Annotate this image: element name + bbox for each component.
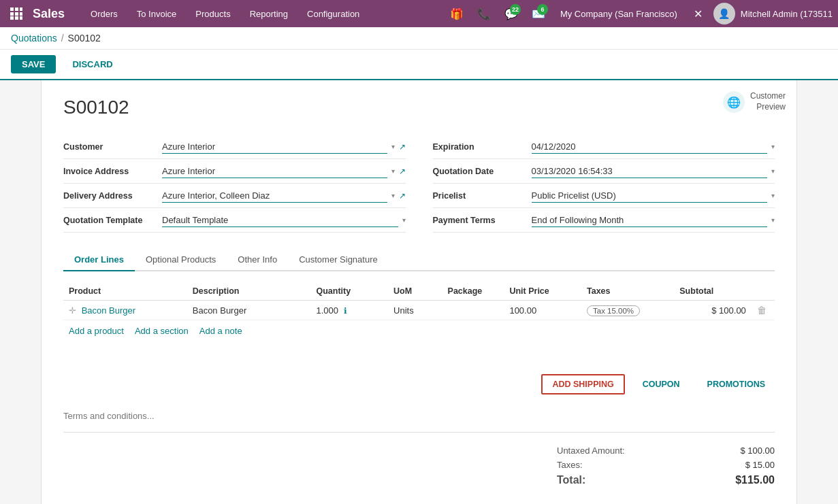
company-selector[interactable]: My Company (San Francisco) bbox=[555, 9, 683, 19]
cell-uom: Units bbox=[388, 301, 442, 320]
col-uom: UoM bbox=[388, 282, 442, 301]
customer-preview-button[interactable]: 🌐 Customer Preview bbox=[723, 91, 786, 113]
add-shipping-button[interactable]: ADD SHIPPING bbox=[541, 374, 624, 394]
username-label[interactable]: Mitchell Admin (173511 bbox=[741, 9, 833, 19]
tab-optional-products[interactable]: Optional Products bbox=[135, 249, 227, 271]
external-link-icon[interactable]: ↗ bbox=[399, 191, 406, 201]
field-payment-terms: Payment Terms ▾ bbox=[433, 208, 775, 233]
chat-icon[interactable]: 💬 22 bbox=[500, 3, 522, 24]
menu-reporting[interactable]: Reporting bbox=[240, 0, 297, 27]
field-value-expiration: ▾ bbox=[532, 140, 775, 154]
menu-to-invoice[interactable]: To Invoice bbox=[127, 0, 187, 27]
pricelist-input[interactable] bbox=[532, 189, 768, 203]
delete-row-icon[interactable]: 🗑 bbox=[757, 305, 767, 316]
customer-input[interactable] bbox=[162, 140, 387, 154]
add-section-link[interactable]: Add a section bbox=[135, 326, 189, 336]
field-expiration: Expiration ▾ bbox=[433, 135, 775, 159]
tax-badge[interactable]: Tax 15.00% bbox=[587, 305, 640, 316]
tab-customer-signature[interactable]: Customer Signature bbox=[288, 249, 389, 271]
messages-badge: 6 bbox=[537, 4, 548, 15]
tab-other-info[interactable]: Other Info bbox=[227, 249, 288, 271]
product-name-link[interactable]: Bacon Burger bbox=[82, 305, 136, 316]
cell-product: ✛ Bacon Burger bbox=[63, 301, 187, 320]
dropdown-arrow-icon: ▾ bbox=[402, 216, 406, 224]
dropdown-arrow-icon: ▾ bbox=[771, 143, 775, 150]
promotions-button[interactable]: PROMOTIONS bbox=[698, 374, 775, 394]
field-value-pricelist: ▾ bbox=[532, 189, 775, 203]
col-unit-price: Unit Price bbox=[504, 282, 581, 301]
terms-section bbox=[63, 405, 775, 426]
apps-icon[interactable] bbox=[5, 3, 27, 24]
info-icon[interactable]: ℹ bbox=[344, 306, 347, 316]
breadcrumb-separator: / bbox=[61, 33, 64, 44]
expiration-input[interactable] bbox=[532, 140, 768, 154]
gift-icon[interactable]: 🎁 bbox=[446, 3, 468, 24]
globe-icon: 🌐 bbox=[723, 91, 745, 113]
field-invoice-address: Invoice Address ▾ ↗ bbox=[63, 159, 406, 184]
top-navigation: Sales Orders To Invoice Products Reporti… bbox=[0, 0, 838, 27]
totals-section: Untaxed Amount: $ 100.00 Taxes: $ 15.00 … bbox=[63, 438, 775, 494]
quotation-template-input[interactable] bbox=[162, 214, 398, 227]
customer-preview-label: Customer Preview bbox=[750, 91, 786, 112]
field-quotation-template: Quotation Template ▾ bbox=[63, 208, 406, 233]
action-buttons-row: ADD SHIPPING COUPON PROMOTIONS bbox=[63, 363, 775, 405]
field-value-payment-terms: ▾ bbox=[532, 214, 775, 227]
svg-rect-8 bbox=[20, 16, 22, 20]
menu-orders[interactable]: Orders bbox=[81, 0, 127, 27]
svg-rect-5 bbox=[20, 12, 22, 16]
menu-configuration[interactable]: Configuration bbox=[297, 0, 369, 27]
row-unit-price: 100.00 bbox=[509, 305, 536, 316]
field-quotation-date: Quotation Date ▾ bbox=[433, 159, 775, 184]
cell-subtotal: $ 100.00 bbox=[674, 301, 752, 320]
dropdown-arrow-icon: ▾ bbox=[771, 216, 775, 224]
field-label-payment-terms: Payment Terms bbox=[433, 216, 532, 225]
delivery-address-input[interactable] bbox=[162, 189, 387, 203]
dropdown-arrow-icon: ▾ bbox=[771, 167, 775, 175]
save-button[interactable]: SAVE bbox=[11, 55, 56, 73]
field-value-invoice: ▾ ↗ bbox=[162, 165, 406, 178]
app-brand[interactable]: Sales bbox=[27, 7, 70, 21]
coupon-button[interactable]: COUPON bbox=[633, 374, 690, 394]
terms-input[interactable] bbox=[63, 405, 490, 426]
dropdown-arrow-icon: ▾ bbox=[771, 192, 775, 199]
col-actions bbox=[752, 282, 775, 301]
discard-button[interactable]: DISCARD bbox=[61, 55, 123, 73]
menu-products[interactable]: Products bbox=[186, 0, 240, 27]
row-quantity: 1.000 bbox=[316, 305, 338, 316]
drag-handle-icon[interactable]: ✛ bbox=[69, 305, 76, 316]
messages-icon[interactable]: ✉️ 6 bbox=[528, 3, 549, 24]
svg-rect-1 bbox=[15, 7, 18, 11]
untaxed-value: $ 100.00 bbox=[740, 446, 775, 456]
add-product-link[interactable]: Add a product bbox=[69, 326, 124, 336]
action-bar: SAVE DISCARD bbox=[0, 50, 838, 80]
breadcrumb-parent[interactable]: Quotations bbox=[11, 33, 57, 44]
dropdown-arrow-icon: ▾ bbox=[391, 167, 395, 175]
field-value-template: ▾ bbox=[162, 214, 406, 227]
avatar[interactable]: 👤 bbox=[713, 3, 735, 24]
svg-rect-2 bbox=[20, 7, 22, 11]
totals-untaxed-row: Untaxed Amount: $ 100.00 bbox=[557, 443, 775, 458]
separator bbox=[63, 432, 775, 433]
fields-right: Expiration ▾ Quotation Date ▾ Pricelist bbox=[433, 135, 775, 233]
form-title: S00102 bbox=[63, 97, 775, 118]
payment-terms-input[interactable] bbox=[532, 214, 768, 227]
row-uom: Units bbox=[393, 305, 414, 316]
close-button[interactable]: ✕ bbox=[688, 7, 708, 20]
svg-rect-4 bbox=[15, 12, 18, 16]
external-link-icon[interactable]: ↗ bbox=[399, 167, 406, 176]
svg-rect-7 bbox=[15, 16, 18, 20]
phone-icon[interactable]: 📞 bbox=[473, 3, 495, 24]
field-label-customer: Customer bbox=[63, 142, 162, 152]
dropdown-arrow-icon: ▾ bbox=[391, 192, 395, 199]
invoice-address-input[interactable] bbox=[162, 165, 387, 178]
field-customer: Customer ▾ ↗ bbox=[63, 135, 406, 159]
field-value-delivery: ▾ ↗ bbox=[162, 189, 406, 203]
tab-order-lines[interactable]: Order Lines bbox=[63, 249, 135, 271]
external-link-icon[interactable]: ↗ bbox=[399, 142, 406, 152]
totals-taxes-row: Taxes: $ 15.00 bbox=[557, 458, 775, 472]
field-value-customer: ▾ ↗ bbox=[162, 140, 406, 154]
quotation-date-input[interactable] bbox=[532, 165, 768, 178]
nav-right: 🎁 📞 💬 22 ✉️ 6 My Company (San Francisco)… bbox=[446, 3, 833, 24]
add-note-link[interactable]: Add a note bbox=[199, 326, 242, 336]
order-table: Product Description Quantity UoM Package… bbox=[63, 282, 775, 320]
